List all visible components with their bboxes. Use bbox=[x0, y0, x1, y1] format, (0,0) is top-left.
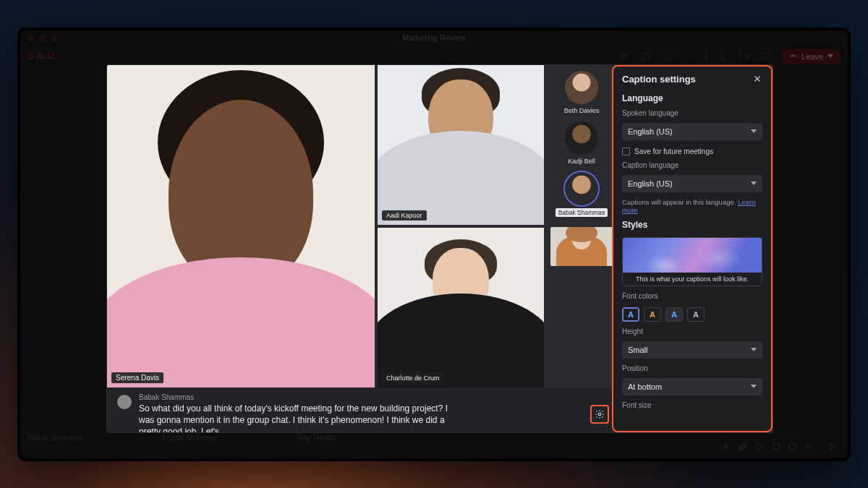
live-captions: Babak Shammas So what did you all think … bbox=[107, 388, 612, 432]
preview-image bbox=[623, 238, 762, 273]
format-icon[interactable] bbox=[721, 442, 731, 451]
svg-point-3 bbox=[686, 55, 688, 56]
caption-settings-button[interactable] bbox=[590, 405, 609, 424]
svg-point-13 bbox=[809, 445, 810, 447]
position-dropdown[interactable]: At bottom bbox=[622, 378, 762, 395]
more-compose-icon[interactable] bbox=[804, 442, 814, 451]
svg-rect-10 bbox=[773, 444, 780, 449]
window-title: Marketing Review bbox=[20, 33, 848, 42]
svg-rect-11 bbox=[789, 443, 796, 450]
dropdown-value: English (US) bbox=[628, 127, 673, 136]
participant-name: Kadji Bell bbox=[568, 158, 595, 165]
attach-icon[interactable] bbox=[738, 442, 747, 451]
gif-icon[interactable] bbox=[771, 442, 780, 451]
avatar bbox=[565, 71, 598, 104]
caption-language-note: Captions will appear in this language. L… bbox=[622, 198, 762, 214]
color-swatch[interactable]: A bbox=[687, 307, 705, 322]
overflow-name: Ray Tanaka bbox=[297, 434, 336, 451]
video-tile[interactable]: Aadi Kapoor bbox=[378, 65, 544, 225]
spoken-language-dropdown[interactable]: English (US) bbox=[622, 123, 762, 140]
caption-avatar bbox=[117, 395, 132, 409]
compose-bar-icons bbox=[721, 442, 838, 451]
share-icon[interactable] bbox=[760, 51, 772, 62]
chat-icon[interactable] bbox=[641, 51, 652, 62]
participant-strip: Beth Davies Kadji Bell Babak Shammas bbox=[547, 65, 616, 388]
svg-point-4 bbox=[689, 55, 691, 56]
leave-button[interactable]: Leave bbox=[782, 49, 841, 64]
participant-name: Beth Davies bbox=[564, 107, 600, 114]
monitor-frame: Marketing Review 00:12 Leave bbox=[17, 27, 851, 461]
font-colors-label: Font colors bbox=[622, 292, 762, 300]
overflow-participants: Babak Shammas Krystal McKinney Ray Tanak… bbox=[27, 434, 841, 451]
video-thumb[interactable] bbox=[550, 227, 613, 266]
font-size-label: Font size bbox=[622, 401, 762, 409]
chevron-down-icon bbox=[751, 385, 757, 388]
caption-text: So what did you all think of today's kic… bbox=[139, 403, 450, 432]
svg-point-0 bbox=[622, 53, 625, 56]
checkbox-icon bbox=[622, 147, 630, 155]
caption-language-label: Caption language bbox=[622, 161, 762, 169]
save-future-checkbox[interactable]: Save for future meetings bbox=[622, 147, 762, 155]
close-icon[interactable] bbox=[752, 74, 762, 84]
mic-icon[interactable] bbox=[717, 51, 728, 62]
caption-speaker: Babak Shammas bbox=[139, 393, 450, 401]
reactions-icon[interactable] bbox=[663, 51, 674, 62]
svg-point-12 bbox=[806, 445, 807, 447]
avatar-speaking bbox=[565, 172, 598, 205]
strip-participant[interactable]: Babak Shammas bbox=[556, 172, 608, 217]
strip-participant[interactable]: Kadji Bell bbox=[565, 121, 598, 165]
caption-preview: This is what your captions will look lik… bbox=[622, 237, 762, 286]
caption-language-dropdown[interactable]: English (US) bbox=[622, 175, 762, 192]
nameplate: Serena Davis bbox=[111, 372, 163, 383]
video-tile[interactable]: Charlotte de Crum bbox=[378, 228, 544, 388]
svg-point-2 bbox=[665, 52, 673, 60]
people-icon[interactable] bbox=[619, 51, 631, 62]
camera-icon[interactable] bbox=[739, 51, 750, 62]
dropdown-value: Small bbox=[628, 346, 648, 354]
spoken-language-label: Spoken language bbox=[622, 109, 762, 117]
dropdown-value: At bottom bbox=[628, 382, 662, 391]
color-swatch[interactable]: A bbox=[665, 307, 683, 322]
language-heading: Language bbox=[622, 93, 762, 103]
gear-icon bbox=[595, 409, 605, 419]
preview-caption-text: This is what your captions will look lik… bbox=[623, 273, 762, 286]
sticker-icon[interactable] bbox=[788, 442, 797, 451]
leave-label: Leave bbox=[801, 52, 823, 61]
timer-text: 00:12 bbox=[36, 52, 54, 60]
height-label: Height bbox=[622, 328, 762, 335]
nameplate: Aadi Kapoor bbox=[382, 210, 427, 221]
chevron-down-icon[interactable] bbox=[827, 54, 833, 58]
chevron-down-icon bbox=[751, 348, 757, 351]
overflow-name: Krystal McKinney bbox=[162, 434, 218, 451]
meeting-timer: 00:12 bbox=[27, 52, 54, 60]
chevron-down-icon bbox=[751, 181, 757, 185]
height-dropdown[interactable]: Small bbox=[622, 341, 762, 359]
meeting-stage: Serena Davis Aadi Kapoor Charlotte de Cr… bbox=[107, 65, 773, 432]
dropdown-value: English (US) bbox=[628, 179, 673, 188]
caption-settings-panel: Caption settings Language Spoken languag… bbox=[612, 65, 773, 432]
avatar bbox=[565, 121, 598, 155]
svg-rect-6 bbox=[721, 52, 724, 57]
styles-heading: Styles bbox=[622, 220, 762, 230]
svg-rect-7 bbox=[740, 53, 746, 59]
more-icon[interactable] bbox=[684, 51, 696, 62]
overflow-name: Babak Shammas bbox=[27, 434, 82, 451]
font-color-swatches: A A A A bbox=[622, 307, 762, 322]
nameplate: Charlotte de Crum bbox=[382, 373, 444, 383]
send-icon[interactable] bbox=[828, 442, 838, 451]
position-label: Position bbox=[622, 364, 762, 372]
color-swatch[interactable]: A bbox=[644, 307, 661, 322]
video-tile-main[interactable]: Serena Davis bbox=[107, 65, 375, 388]
emoji-icon[interactable] bbox=[754, 442, 764, 451]
panel-title: Caption settings bbox=[622, 74, 696, 85]
chevron-down-icon bbox=[751, 129, 757, 133]
color-swatch[interactable]: A bbox=[622, 307, 639, 322]
teams-app: Marketing Review 00:12 Leave bbox=[20, 30, 848, 458]
record-icon bbox=[27, 53, 33, 59]
svg-point-14 bbox=[811, 445, 812, 447]
strip-participant[interactable]: Beth Davies bbox=[564, 71, 600, 114]
svg-point-15 bbox=[598, 413, 601, 416]
checkbox-label: Save for future meetings bbox=[634, 147, 713, 155]
participant-name: Babak Shammas bbox=[556, 208, 608, 217]
svg-point-1 bbox=[626, 53, 629, 56]
